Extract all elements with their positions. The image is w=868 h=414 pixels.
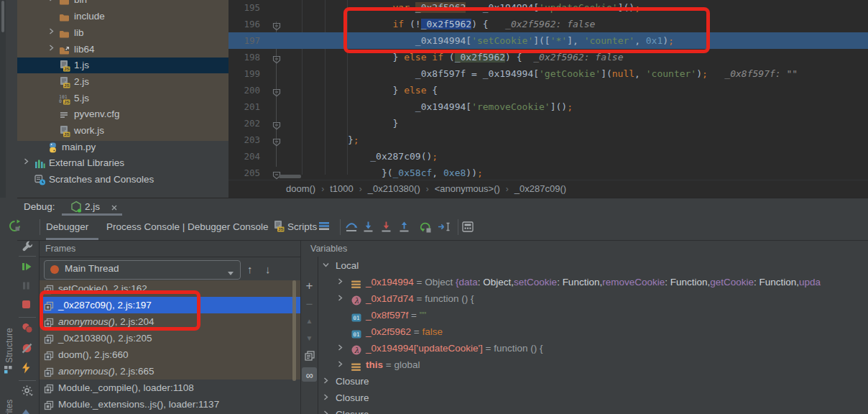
line-number[interactable]: 205 <box>228 165 260 180</box>
code-text[interactable]: }(_0x58cf, 0xe8)); <box>280 165 483 180</box>
breadcrumb-item[interactable]: _0x287c09() <box>514 183 566 194</box>
toolwindow-button-favorites[interactable]: Favorites <box>4 400 14 414</box>
variable-row[interactable]: 01_0x2f5962 = false <box>318 323 868 340</box>
variable-row[interactable]: Local <box>318 257 868 274</box>
tree-item-bin[interactable]: bin <box>17 0 228 8</box>
tree-item-lib64[interactable]: lib64 <box>17 42 228 58</box>
rail-scroll-thumb[interactable] <box>1 1 4 32</box>
stop-button[interactable] <box>22 300 31 311</box>
close-icon[interactable] <box>111 203 118 213</box>
variable-row[interactable]: Closure <box>318 373 868 390</box>
variable-row[interactable]: λ_0x194994['updateCookie'] = function ()… <box>318 340 868 356</box>
tab-debugger[interactable]: Debugger <box>46 221 88 232</box>
editor-line-202[interactable]: 202 } <box>228 115 868 132</box>
tree-item-work-js[interactable]: JSwork.js <box>17 123 228 139</box>
editor-line-204[interactable]: 204 _0x287c09(); <box>228 148 868 165</box>
tree-item-1-js[interactable]: JS1.js <box>17 58 228 73</box>
expand-button[interactable] <box>22 406 30 414</box>
remove-watch-button[interactable]: − <box>303 298 315 312</box>
chevron-right-icon[interactable] <box>48 45 55 51</box>
code-editor[interactable]: 195 var _0x2f5962 = _0x194994['updateCoo… <box>228 0 868 180</box>
line-number[interactable]: 198 <box>228 49 260 65</box>
tree-item-2-js[interactable]: JS2.js <box>17 74 228 90</box>
line-number[interactable]: 200 <box>228 82 260 98</box>
chevron-right-icon[interactable] <box>323 377 329 384</box>
variable-row[interactable]: this = global <box>318 356 868 373</box>
step-over-button[interactable] <box>345 221 358 234</box>
breadcrumb-item[interactable]: _0x210380() <box>368 183 420 194</box>
chevron-right-icon[interactable] <box>337 295 343 301</box>
frame-row[interactable]: Module._compile(), loader:1108 <box>40 380 301 396</box>
code-text[interactable]: _0x194994['removeCookie'](); <box>280 98 573 115</box>
threads-menu-button[interactable] <box>318 221 330 233</box>
editor-line-203[interactable]: 203 }; <box>228 132 868 148</box>
chevron-right-icon[interactable] <box>23 158 29 165</box>
line-number[interactable]: 202 <box>228 115 260 132</box>
line-number[interactable]: 197 <box>228 32 260 49</box>
variable-row[interactable]: _0x194994 = Object {data: Object,setCook… <box>318 274 868 290</box>
code-text[interactable]: } else { <box>280 82 438 98</box>
lightning-button[interactable] <box>22 362 31 376</box>
variable-row[interactable]: 01_0x8f597f = "" <box>318 307 868 323</box>
thread-selector[interactable]: Main Thread <box>44 260 241 280</box>
editor-line-199[interactable]: 199 _0x8f597f = _0x194994['getCookie'](n… <box>228 65 868 82</box>
line-number[interactable]: 201 <box>228 98 260 115</box>
toolwindow-button-structure[interactable]: Structure <box>4 328 14 363</box>
frame-row[interactable]: doom(), 2.js:660 <box>40 346 301 363</box>
chevron-down-icon[interactable] <box>323 262 329 268</box>
tree-item-include[interactable]: include <box>17 9 228 24</box>
editor-line-200[interactable]: 200 } else { <box>228 82 868 98</box>
frame-row[interactable]: _0x210380(), 2.js:205 <box>40 330 301 346</box>
tab-scripts[interactable]: Scripts <box>287 221 317 232</box>
wrench-button[interactable] <box>22 240 33 254</box>
tree-item-lib[interactable]: lib <box>17 25 228 41</box>
variable-row[interactable]: Closure <box>318 390 868 406</box>
chevron-right-icon[interactable] <box>337 278 343 285</box>
breadcrumb-item[interactable]: t1000 <box>330 183 354 194</box>
editor-hscrollbar[interactable] <box>279 175 301 178</box>
line-number[interactable]: 204 <box>228 148 260 165</box>
code-text[interactable]: _0x8f597f = _0x194994['getCookie'](null,… <box>280 65 798 82</box>
move-down-button[interactable]: ▼ <box>303 332 315 343</box>
view-breakpoints-button[interactable] <box>22 323 33 336</box>
frame-row[interactable]: Module._extensions..js(), loader:1137 <box>40 396 301 413</box>
add-watch-button[interactable]: + <box>303 279 315 293</box>
copy-button[interactable] <box>303 351 315 363</box>
frame-down-button[interactable]: ↓ <box>265 263 271 275</box>
frames-scrollbar[interactable] <box>292 280 296 381</box>
line-number[interactable]: 195 <box>228 0 260 16</box>
chevron-right-icon[interactable] <box>323 410 329 414</box>
mute-breakpoints-button[interactable] <box>22 343 32 356</box>
show-watches-button[interactable]: ∞ <box>303 369 315 381</box>
line-number[interactable]: 196 <box>228 16 260 32</box>
drop-frame-button[interactable] <box>419 221 432 235</box>
tree-item-pyvenv-cfg[interactable]: pyvenv.cfg <box>17 106 228 122</box>
frame-row[interactable]: anonymous(), 2.js:665 <box>40 363 301 380</box>
move-up-button[interactable]: ▲ <box>303 315 315 326</box>
chevron-right-icon[interactable] <box>48 0 55 1</box>
tree-item-scratches-and-consoles[interactable]: Scratches and Consoles <box>17 172 228 188</box>
code-text[interactable]: }; <box>280 132 359 148</box>
code-text[interactable]: } <box>280 115 398 132</box>
settings-gear-button[interactable] <box>22 385 34 399</box>
chevron-right-icon[interactable] <box>337 344 343 351</box>
step-out-button[interactable] <box>399 221 410 234</box>
variable-row[interactable]: Closure <box>318 406 868 414</box>
tree-item-external-libraries[interactable]: External Libraries <box>17 155 228 171</box>
tree-item-main-py[interactable]: main.py <box>17 139 228 155</box>
breadcrumb-item[interactable]: doom() <box>286 183 315 194</box>
variable-row[interactable]: λ_0x1d7d74 = function () { <box>318 290 868 307</box>
code-text[interactable]: _0x287c09(); <box>280 148 438 165</box>
chevron-right-icon[interactable] <box>48 28 55 34</box>
resume-button[interactable] <box>22 262 32 274</box>
breadcrumb-item[interactable]: <anonymous>() <box>435 183 500 194</box>
pause-button[interactable] <box>22 281 31 293</box>
line-number[interactable]: 203 <box>228 132 260 148</box>
frame-up-button[interactable]: ↑ <box>247 263 253 275</box>
line-number[interactable]: 199 <box>228 65 260 82</box>
chevron-right-icon[interactable] <box>337 361 343 367</box>
step-into-button[interactable] <box>363 221 374 234</box>
tab-process-console[interactable]: Process Console | Debugger Console <box>106 221 269 232</box>
debug-session-tab[interactable]: 2.js <box>62 200 126 214</box>
editor-line-205[interactable]: 205 }(_0x58cf, 0xe8)); <box>228 165 868 180</box>
